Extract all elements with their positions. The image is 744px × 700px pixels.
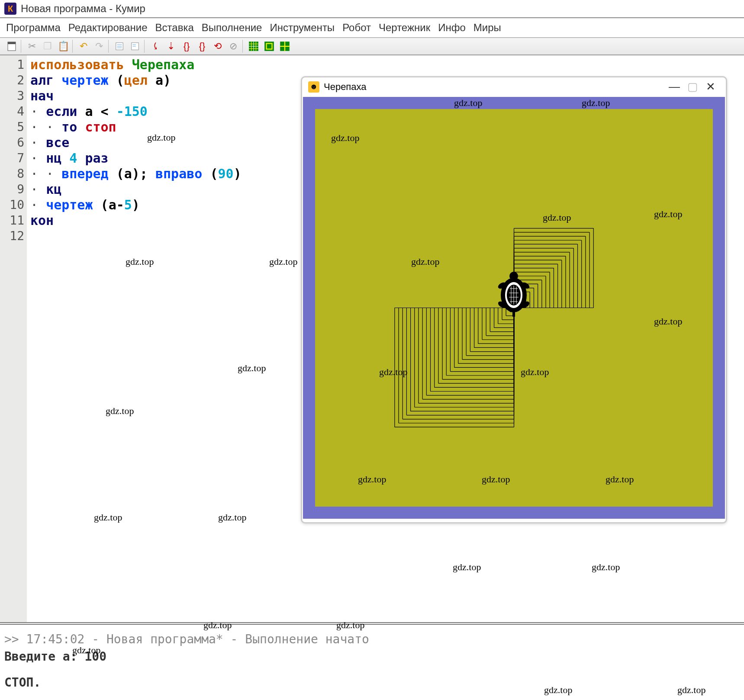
console-separator	[0, 622, 744, 629]
line-number: 10	[0, 197, 24, 213]
redo-icon[interactable]: ↷	[93, 40, 106, 53]
turtle-app-icon: ☻	[308, 81, 319, 93]
svg-rect-1	[8, 42, 16, 44]
menu-draftsman[interactable]: Чертежник	[376, 21, 433, 35]
turtle-titlebar[interactable]: ☻ Черепаха — ▢ ✕	[302, 77, 726, 96]
menu-run[interactable]: Выполнение	[199, 21, 265, 35]
titlebar: К Новая программа - Кумир	[0, 0, 744, 18]
cut-icon[interactable]: ✂	[26, 40, 39, 53]
menu-tools[interactable]: Инструменты	[267, 21, 337, 35]
line-number: 6	[0, 135, 24, 151]
minimize-icon[interactable]: —	[665, 80, 683, 93]
brace1-icon[interactable]: {}	[180, 40, 193, 53]
grid1-icon[interactable]	[247, 40, 260, 53]
brace3-icon[interactable]: ⟲	[211, 40, 224, 53]
turtle-canvas	[303, 97, 725, 519]
line-number: 4	[0, 104, 24, 119]
menubar: Программа Редактирование Вставка Выполне…	[0, 18, 744, 38]
menu-worlds[interactable]: Миры	[471, 21, 504, 35]
grid3-icon[interactable]	[278, 40, 291, 53]
run-icon[interactable]: ⤹	[149, 40, 162, 53]
turtle-window[interactable]: ☻ Черепаха — ▢ ✕	[301, 76, 727, 523]
menu-info[interactable]: Инфо	[435, 21, 468, 35]
menu-robot[interactable]: Робот	[340, 21, 374, 35]
toolbar: ✂ ❐ 📋 ↶ ↷ ⤹ ⇣ {} {} ⟲ ⊘	[0, 38, 744, 55]
window-title: Новая программа - Кумир	[21, 3, 145, 15]
save-icon[interactable]	[5, 40, 18, 53]
menu-insert[interactable]: Вставка	[153, 21, 196, 35]
undo-icon[interactable]: ↶	[77, 40, 90, 53]
svg-point-228	[509, 272, 518, 280]
stop-icon[interactable]: ⊘	[227, 40, 240, 53]
grid2-icon[interactable]	[263, 40, 276, 53]
line-number: 3	[0, 88, 24, 104]
step-icon[interactable]: ⇣	[164, 40, 177, 53]
line-number: 1	[0, 57, 24, 73]
line-number: 8	[0, 166, 24, 182]
line-number: 7	[0, 151, 24, 166]
close-icon[interactable]: ✕	[702, 80, 720, 93]
line-number: 12	[0, 228, 24, 244]
menu-edit[interactable]: Редактирование	[66, 21, 150, 35]
menu-program[interactable]: Программа	[3, 21, 63, 35]
svg-rect-233	[512, 311, 515, 317]
copy-icon[interactable]: ❐	[41, 40, 54, 53]
doc2-icon[interactable]	[129, 40, 142, 53]
line-number: 11	[0, 213, 24, 228]
line-number: 5	[0, 119, 24, 135]
turtle-drawing	[315, 109, 713, 507]
console-input-label: Введите a:	[4, 649, 77, 664]
console-input-value: 100	[84, 649, 106, 664]
paste-icon[interactable]: 📋	[57, 40, 70, 53]
brace2-icon[interactable]: {}	[196, 40, 209, 53]
line-number: 2	[0, 73, 24, 88]
line-gutter: 1 2 3 4 5 6 7 8 9 10 11 12	[0, 55, 27, 622]
turtle-title: Черепаха	[324, 81, 367, 93]
console-stop: СТОП.	[4, 674, 740, 691]
maximize-icon[interactable]: ▢	[683, 80, 702, 93]
console-output: >> 17:45:02 - Новая программа* - Выполне…	[0, 629, 744, 693]
doc1-icon[interactable]	[113, 40, 126, 53]
app-icon: К	[4, 3, 16, 15]
line-number: 9	[0, 182, 24, 197]
